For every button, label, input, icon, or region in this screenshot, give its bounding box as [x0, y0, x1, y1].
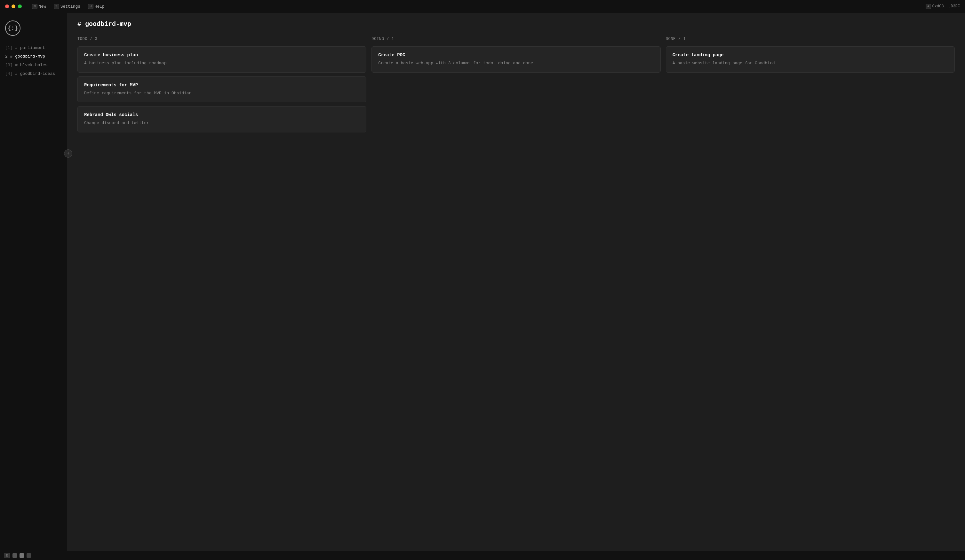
card-create-landing-page[interactable]: Create landing page A basic website land…: [666, 46, 955, 73]
doing-column-header: DOING / 1: [371, 37, 661, 41]
add-workspace-button[interactable]: +: [64, 149, 72, 158]
page-title: # goodbird-mvp: [77, 20, 955, 28]
card-create-business-plan[interactable]: Create business plan A business plan inc…: [77, 46, 366, 73]
address-value: 0xdC8...D3FF: [932, 4, 960, 9]
kanban-column-doing: DOING / 1 Create POC Create a basic web-…: [371, 37, 661, 136]
help-key: H: [88, 4, 93, 9]
card-title-create-business-plan: Create business plan: [84, 52, 360, 57]
menu-items: N New S Settings H Help: [28, 3, 926, 10]
sidebar-item-goodbird-mvp[interactable]: 2 # goodbird-mvp: [0, 52, 67, 61]
new-label: New: [39, 4, 46, 9]
card-desc-rebrand-owls-socials: Change discord and twitter: [84, 120, 360, 126]
card-title-requirements-for-mvp: Requirements for MVP: [84, 83, 360, 88]
card-create-poc[interactable]: Create POC Create a basic web-app with 3…: [371, 46, 661, 73]
main-layout: {:} [1] # parliament 2 # goodbird-mvp [3…: [0, 13, 965, 551]
card-desc-create-poc: Create a basic web-app with 3 columns fo…: [378, 60, 654, 67]
settings-key: S: [54, 4, 59, 9]
minimize-button[interactable]: [11, 5, 15, 8]
kanban-column-done: DONE / 1 Create landing page A basic web…: [666, 37, 955, 136]
address-bar: A 0xdC8...D3FF: [926, 4, 960, 9]
card-rebrand-owls-socials[interactable]: Rebrand Owls socials Change discord and …: [77, 106, 366, 132]
card-requirements-for-mvp[interactable]: Requirements for MVP Define requirements…: [77, 77, 366, 103]
sidebar-item-blvck-holes[interactable]: [3] # blvck-holes: [0, 61, 67, 69]
window-controls: [5, 5, 22, 8]
main-content: # goodbird-mvp TODO / 3 Create business …: [67, 13, 965, 551]
status-square-dark: [26, 553, 31, 558]
card-title-rebrand-owls-socials: Rebrand Owls socials: [84, 112, 360, 118]
address-key: A: [926, 4, 931, 9]
status-square-medium: [20, 553, 24, 558]
help-label: Help: [95, 4, 105, 9]
settings-label: Settings: [61, 4, 80, 9]
item-number-4: [4]: [5, 71, 13, 76]
card-title-create-poc: Create POC: [378, 52, 654, 57]
status-square-light: [13, 553, 17, 558]
item-label-blvck-holes: # blvck-holes: [15, 63, 47, 67]
sidebar-item-parliament[interactable]: [1] # parliament: [0, 44, 67, 52]
item-number-3: [3]: [5, 63, 13, 67]
sidebar: {:} [1] # parliament 2 # goodbird-mvp [3…: [0, 13, 67, 551]
kanban-column-todo: TODO / 3 Create business plan A business…: [77, 37, 366, 136]
editor-mode: E: [4, 553, 10, 558]
status-bar: E: [0, 551, 965, 560]
maximize-button[interactable]: [18, 5, 22, 8]
close-button[interactable]: [5, 5, 9, 8]
sidebar-item-goodbird-ideas[interactable]: [4] # goodbird-ideas: [0, 69, 67, 78]
item-label-parliament: # parliament: [15, 46, 45, 50]
done-column-header: DONE / 1: [666, 37, 955, 41]
card-desc-create-landing-page: A basic website landing page for Goodbir…: [672, 60, 948, 67]
menu-settings[interactable]: S Settings: [50, 3, 84, 10]
todo-column-header: TODO / 3: [77, 37, 366, 41]
card-title-create-landing-page: Create landing page: [672, 52, 948, 57]
menu-help[interactable]: H Help: [84, 3, 108, 10]
item-label-goodbird-mvp: # goodbird-mvp: [10, 54, 45, 59]
title-bar: N New S Settings H Help A 0xdC8...D3FF: [0, 0, 965, 13]
add-icon: +: [67, 151, 70, 157]
mode-badge: E: [4, 553, 10, 558]
item-number-2: 2: [5, 54, 8, 59]
kanban-board: TODO / 3 Create business plan A business…: [77, 37, 955, 136]
logo: {:}: [5, 20, 20, 36]
new-key: N: [32, 4, 38, 9]
card-desc-create-business-plan: A business plan including roadmap: [84, 60, 360, 67]
item-number-1: [1]: [5, 46, 13, 50]
menu-new[interactable]: N New: [28, 3, 50, 10]
card-desc-requirements-for-mvp: Define requirements for the MVP in Obsid…: [84, 90, 360, 96]
item-label-goodbird-ideas: # goodbird-ideas: [15, 71, 55, 76]
